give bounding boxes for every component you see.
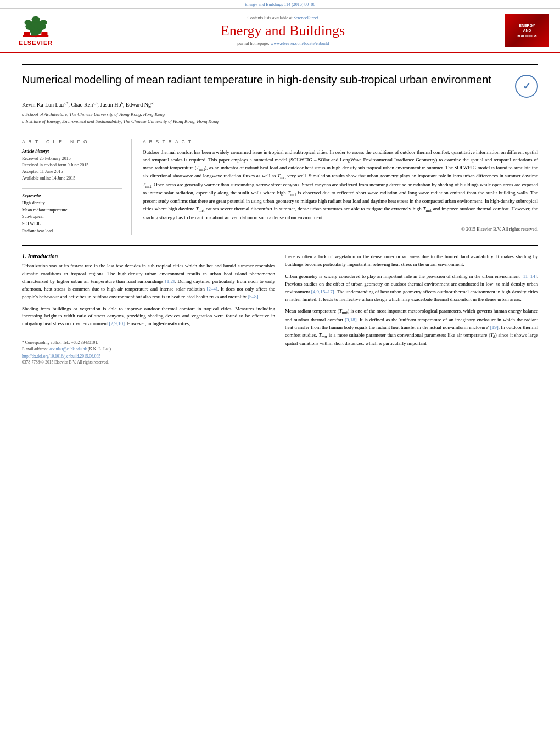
footnote-corresponding: * Corresponding author. Tel.: +852 39438… [22,339,275,345]
svg-point-7 [32,16,40,23]
intro-para2: Shading from buildings or vegetation is … [22,305,275,328]
affiliation-b: b Institute of Energy, Environment and S… [22,118,538,125]
journal-name: Energy and Buildings [60,23,505,39]
author4-sup: a,b [151,101,155,105]
author1-name: Kevin Ka-Lun Lau [22,102,64,108]
doi-link[interactable]: http://dx.doi.org/10.1016/j.enbuild.2015… [22,354,275,359]
abstract-column: A B S T R A C T Outdoor thermal comfort … [143,139,538,235]
contents-text: Contents lists available at [248,15,294,20]
keywords-block: Keywords: High-density Mean radiant temp… [22,193,122,235]
elsevier-wordmark: ELSEVIER [19,40,53,46]
abstract-text: Outdoor thermal comfort has been a widel… [143,149,538,222]
intro-para1: Urbanization was at its fastest rate in … [22,263,275,301]
keyword-2: Mean radiant temperature [22,207,122,214]
keyword-4: SOLWEIG [22,221,122,228]
body-left-column: 1. Introduction Urbanization was at its … [22,253,275,365]
abstract-heading: A B S T R A C T [143,139,538,144]
article-title-section: Numerical modelling of mean radiant temp… [22,64,538,98]
contents-line: Contents lists available at ScienceDirec… [60,15,505,20]
section-number: 1. [22,253,26,259]
right-para3: Mean radiant temperature (Tmrt) is one o… [285,308,538,348]
body-right-column: there is often a lack of vegetation in t… [285,253,538,365]
divider1 [22,188,122,189]
authors-line: Kevin Ka-Lun Laua,*, Chao Rena,b, Justin… [22,101,538,108]
email-note: (K.K.-L. Lau). [88,347,112,352]
article-title: Numerical modelling of mean radiant temp… [22,72,515,87]
article-info-heading: A R T I C L E I N F O [22,139,122,144]
email-label: E-mail address: [22,347,49,352]
journal-title-center: Contents lists available at ScienceDirec… [60,15,505,46]
keyword-5: Radiant heat load [22,228,122,235]
page-wrapper: Energy and Buildings 114 (2016) 80–86 [0,0,560,742]
author4-name: , Edward Ng [123,102,151,108]
article-history-label: Article history: [22,149,122,154]
homepage-text: journal homepage: [237,41,271,46]
received-date: Received 25 February 2015 [22,155,122,162]
svg-rect-9 [24,32,30,36]
revised-date: Received in revised form 9 June 2015 [22,162,122,169]
logo-right-content: ENERGY AND BUILDINGS [517,23,538,38]
elsevier-logo: ELSEVIER [11,14,60,47]
footnote-email: E-mail address: kevinlau@cuhk.edu.hk (K.… [22,346,275,352]
keyword-1: High-density [22,200,122,207]
keywords-label: Keywords: [22,193,122,198]
keyword-3: Sub-tropical [22,214,122,221]
svg-point-6 [40,20,47,25]
section-title-text: Introduction [28,253,58,259]
body-section: 1. Introduction Urbanization was at its … [22,245,538,365]
article-content: Numerical modelling of mean radiant temp… [0,53,560,376]
intro-section-title: 1. Introduction [22,253,275,259]
crossmark-icon: ✓ [523,80,531,92]
elsevier-tree-svg [16,15,55,38]
footnote-section: * Corresponding author. Tel.: +852 39438… [22,336,275,365]
journal-homepage: journal homepage: www.elsevier.com/locat… [60,41,505,46]
abstract-copyright: © 2015 Elsevier B.V. All rights reserved… [143,226,538,232]
accepted-date: Accepted 11 June 2015 [22,169,122,175]
article-history-block: Article history: Received 25 February 20… [22,149,122,182]
author2-name: , Chao Ren [68,102,93,108]
crossmark-logo[interactable]: ✓ [515,75,538,98]
journal-logo-right: ENERGY AND BUILDINGS [505,14,549,47]
svg-rect-11 [41,32,47,36]
article-info-abstract-section: A R T I C L E I N F O Article history: R… [22,133,538,235]
top-bar: Energy and Buildings 114 (2016) 80–86 [0,0,560,9]
footer-copyright: 0378-7788/© 2015 Elsevier B.V. All right… [22,360,275,365]
author3-name: , Justin Ho [98,102,121,108]
journal-volume-info: Energy and Buildings 114 (2016) 80–86 [245,2,316,7]
affiliation-a: a School of Architecture, The Chinese Un… [22,111,538,118]
right-para1: there is often a lack of vegetation in t… [285,253,538,269]
author2-sup: a,b [93,101,97,105]
email-address[interactable]: kevinlau@cuhk.edu.hk [49,347,87,352]
svg-point-5 [24,20,31,25]
article-info-column: A R T I C L E I N F O Article history: R… [22,139,132,235]
sciencedirect-link[interactable]: ScienceDirect [294,15,318,20]
homepage-url[interactable]: www.elsevier.com/locate/enbuild [271,41,329,46]
journal-header: ELSEVIER Contents lists available at Sci… [0,9,560,53]
available-date: Available online 14 June 2015 [22,175,122,182]
right-para2: Urban geometry is widely considered to p… [285,273,538,304]
affiliations: a School of Architecture, The Chinese Un… [22,111,538,125]
svg-rect-10 [31,32,37,36]
